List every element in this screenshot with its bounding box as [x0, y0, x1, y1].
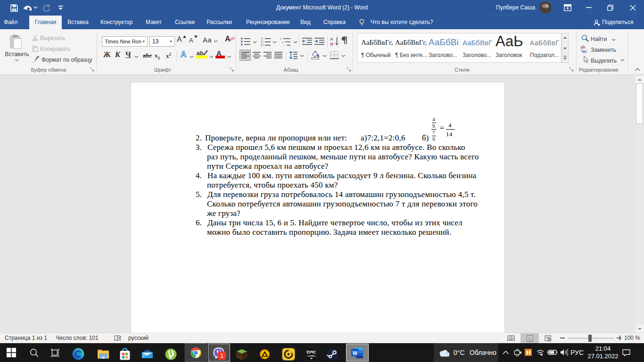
svg-text:i: i	[284, 44, 284, 46]
svg-text:Я: Я	[330, 41, 333, 47]
svg-text:ac: ac	[582, 49, 587, 53]
svg-text:EPIC: EPIC	[307, 350, 316, 354]
svg-text:1: 1	[280, 37, 282, 40]
svg-text:GAMES: GAMES	[307, 355, 315, 357]
svg-text:W: W	[353, 350, 358, 356]
svg-text:1: 1	[261, 37, 263, 40]
svg-text:1: 1	[220, 353, 223, 359]
svg-text:a: a	[282, 41, 284, 43]
svg-text:А: А	[330, 36, 333, 41]
svg-text:3: 3	[261, 43, 263, 46]
svg-text:2: 2	[261, 40, 263, 43]
